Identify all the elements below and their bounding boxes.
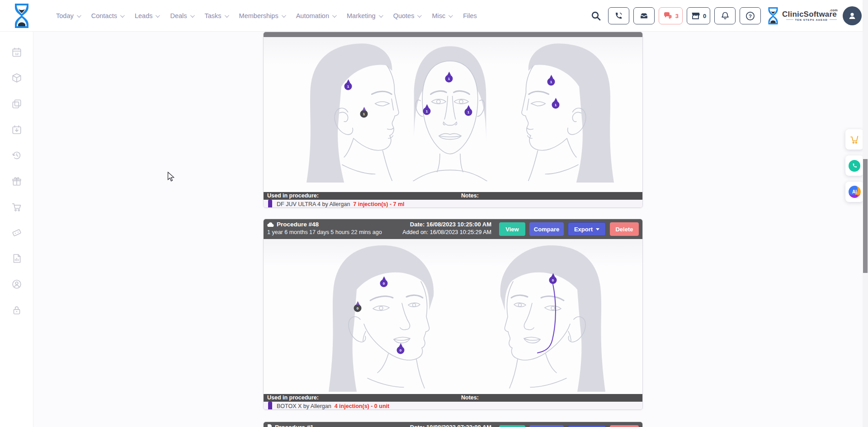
delete-button[interactable] (610, 425, 639, 427)
file-icon (267, 424, 272, 427)
vertical-scrollbar[interactable] (863, 0, 868, 427)
view-button[interactable]: View (499, 222, 525, 236)
injection-marker[interactable]: 1 (552, 101, 560, 109)
floating-cart-button[interactable] (845, 129, 863, 150)
injection-marker[interactable]: 0 (549, 277, 557, 284)
store-icon (691, 11, 700, 20)
procedure-card-top-header-sliver (264, 32, 642, 37)
injection-marker[interactable]: 0 (397, 347, 405, 354)
copy-icon[interactable] (11, 99, 22, 109)
notes-label: Notes: (461, 192, 479, 199)
face-front-illustration (399, 42, 501, 181)
clinicsoftware-brand[interactable]: ClinicSoftware.com TEN STEPS AHEAD (767, 7, 837, 25)
nav-menu-label: Leads (135, 12, 153, 19)
nav-menu-quotes[interactable]: Quotes (393, 12, 421, 19)
brand-tagline: TEN STEPS AHEAD (782, 19, 837, 21)
nav-menu-deals[interactable]: Deals (170, 12, 193, 19)
chat-button[interactable]: 3 (659, 7, 683, 24)
chevron-down-icon (156, 13, 160, 18)
nav-menu-tasks[interactable]: Tasks (205, 12, 228, 19)
product-name: DF JUV ULTRA 4 by Allergan (277, 201, 350, 207)
cloud-icon (267, 222, 274, 227)
injection-marker[interactable]: 1 (423, 108, 431, 115)
app-logo-hourglass-icon[interactable] (13, 3, 31, 28)
chevron-down-icon (190, 13, 194, 18)
delete-button[interactable]: Delete (610, 222, 639, 236)
products-box-icon[interactable] (11, 73, 22, 84)
face-chart-area: 0000 (264, 239, 642, 394)
floating-whatsapp-button[interactable] (845, 155, 863, 176)
main-menu: TodayContactsLeadsDealsTasksMembershipsA… (56, 0, 477, 32)
injection-marker[interactable]: 1 (344, 83, 352, 90)
nav-menu-misc[interactable]: Misc (432, 12, 452, 19)
injection-marker[interactable]: 1 (547, 78, 555, 86)
inbox-icon (639, 11, 649, 20)
chat-count-badge: 3 (675, 13, 679, 19)
chevron-down-icon (77, 13, 81, 18)
face-profile-right-illustration (295, 42, 413, 183)
nav-menu-marketing[interactable]: Marketing (347, 12, 382, 19)
product-row[interactable]: BOTOX X by Allergan 4 injection(s) - 0 u… (264, 402, 642, 410)
inbox-button[interactable] (633, 7, 655, 24)
used-in-procedure-bar: Used in procedure: Notes: (264, 394, 642, 402)
nav-menu-contacts[interactable]: Contacts (91, 12, 123, 19)
face-three-quarter-left-illustration (490, 243, 621, 392)
injection-summary: 7 injection(s) - 7 ml (353, 201, 404, 207)
report-icon[interactable] (11, 253, 22, 264)
lock-icon[interactable] (11, 305, 22, 315)
procedure-48-added: Added on: 16/08/2023 10:25:29 AM (402, 229, 491, 235)
notifications-button[interactable] (714, 7, 736, 24)
procedure-48-date: Date: 16/08/2023 10:25:00 AM (402, 221, 491, 228)
ai-icon: AI (849, 186, 861, 198)
face-three-quarter-right-illustration (313, 243, 444, 392)
cart-icon[interactable] (11, 202, 22, 212)
injection-marker[interactable]: 0 (354, 305, 362, 312)
user-avatar[interactable] (843, 6, 862, 25)
nav-menu-automation[interactable]: Automation (296, 12, 335, 19)
brand-hourglass-icon (767, 7, 779, 25)
help-button[interactable]: ? (740, 7, 761, 24)
view-button[interactable] (499, 425, 525, 427)
svg-text:?: ? (749, 13, 752, 19)
procedure-1-date: Date: 10/08/2023 07:33:00 AM (410, 424, 491, 427)
chevron-down-icon (379, 13, 383, 18)
nav-menu-files[interactable]: Files (463, 12, 477, 19)
store-button[interactable]: 0 (687, 7, 710, 24)
floating-ai-button[interactable]: AI (845, 182, 863, 202)
export-button-label: Export (574, 226, 593, 233)
injection-marker[interactable]: 0 (380, 280, 388, 287)
nav-menu-leads[interactable]: Leads (135, 12, 159, 19)
nav-right-cluster: 3 0 ? (591, 0, 862, 32)
export-button[interactable]: Export (568, 222, 606, 236)
calendar-import-icon[interactable] (11, 124, 22, 135)
cart-icon (849, 135, 859, 145)
nav-menu-label: Automation (296, 12, 329, 19)
account-icon[interactable] (11, 279, 22, 290)
product-row[interactable]: DF JUV ULTRA 4 by Allergan 7 injection(s… (264, 200, 642, 208)
search-icon[interactable] (591, 11, 601, 21)
app-stage: TodayContactsLeadsDealsTasksMembershipsA… (0, 0, 868, 427)
scrollbar-thumb[interactable] (863, 159, 868, 273)
chevron-down-icon (120, 13, 125, 18)
used-in-procedure-label: Used in procedure: (267, 394, 319, 401)
compare-button[interactable]: Compare (529, 222, 564, 236)
compare-button[interactable] (529, 425, 564, 427)
mouse-cursor (167, 172, 175, 183)
gift-icon[interactable] (11, 176, 22, 187)
procedure-card-top: 1111111 Used in procedure: Notes: DF JUV… (263, 32, 643, 208)
chevron-down-icon (596, 228, 599, 230)
chevron-down-icon (332, 13, 337, 18)
phone-button[interactable] (608, 7, 629, 24)
calendar-icon[interactable]: 12 (11, 47, 22, 58)
nav-menu-memberships[interactable]: Memberships (239, 12, 285, 19)
nav-menu-today[interactable]: Today (56, 12, 80, 19)
injection-marker[interactable]: 1 (445, 75, 453, 83)
injection-marker[interactable]: 1 (465, 108, 472, 116)
whatsapp-icon (849, 160, 860, 172)
chevron-down-icon (225, 13, 229, 18)
injection-marker[interactable]: 1 (360, 110, 368, 118)
history-icon[interactable] (11, 150, 22, 161)
voucher-icon[interactable] (11, 227, 22, 238)
export-button[interactable] (568, 425, 606, 427)
user-icon (847, 11, 857, 21)
